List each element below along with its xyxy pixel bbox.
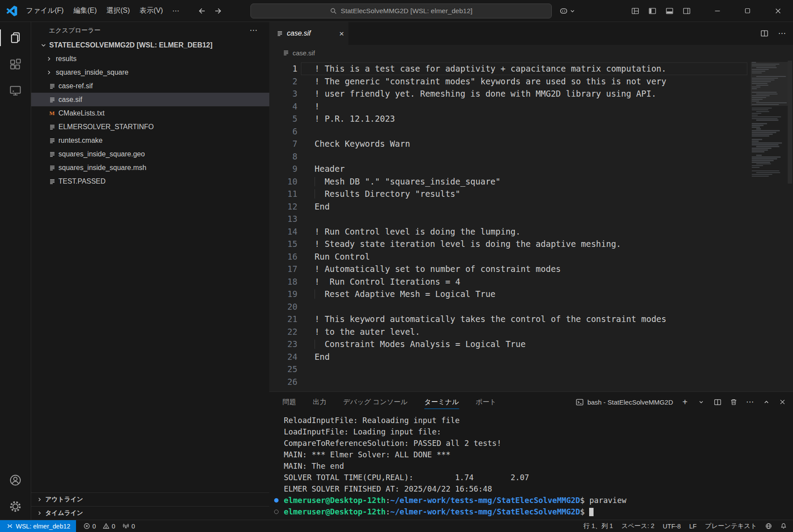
panel-more-actions-icon[interactable]: ⋯ (746, 398, 754, 406)
panel-tab-ターミナル[interactable]: ターミナル (424, 392, 459, 412)
code-line-26[interactable]: 26 (269, 376, 747, 388)
close-window-button[interactable] (763, 0, 793, 22)
extensions-view-icon[interactable] (0, 51, 31, 77)
close-panel-icon[interactable] (778, 398, 787, 406)
code-line-24[interactable]: 24End (269, 351, 747, 363)
outline-section[interactable]: アウトライン (31, 492, 269, 506)
navigate-back-icon[interactable] (198, 7, 206, 15)
cursor-position[interactable]: 行 1、列 1 (583, 522, 613, 530)
code-line-2[interactable]: 2! The generic "constraint modes" keywor… (269, 75, 747, 88)
tree-item-runtest.cmake[interactable]: runtest.cmake (31, 134, 269, 147)
new-terminal-icon[interactable]: + (681, 398, 689, 406)
indentation[interactable]: スペース: 2 (621, 522, 654, 530)
command-center-search[interactable]: StatElecSolveMMG2D [WSL: elmer_deb12] (250, 4, 552, 18)
tab-close-icon[interactable]: × (339, 29, 344, 38)
split-terminal-icon[interactable] (713, 398, 722, 406)
panel-tab-ポート[interactable]: ポート (476, 392, 496, 412)
code-line-19[interactable]: 19 Reset Adaptive Mesh = Logical True (269, 288, 747, 300)
workspace-root-folder[interactable]: STATELECSOLVEMMG2D [WSL: ELMER_DEB12] (31, 39, 269, 52)
editor-more-actions-icon[interactable]: ⋯ (778, 29, 786, 38)
explorer-more-actions-icon[interactable]: ⋯ (250, 25, 258, 35)
globe-icon[interactable] (765, 523, 772, 529)
command-decoration-icon[interactable] (274, 498, 279, 503)
remote-explorer-view-icon[interactable] (0, 77, 31, 104)
remote-indicator[interactable]: WSL: elmer_deb12 (0, 520, 76, 532)
navigate-forward-icon[interactable] (214, 7, 222, 15)
minimap[interactable] (752, 62, 787, 177)
menu-選択(S)[interactable]: 選択(S) (101, 4, 134, 18)
encoding[interactable]: UTF-8 (663, 523, 681, 530)
terminal-dropdown-icon[interactable] (697, 398, 706, 406)
minimap-slider[interactable] (751, 62, 788, 106)
code-line-4[interactable]: 4! (269, 100, 747, 113)
code-line-14[interactable]: 14! Run Control level is doing the lumpi… (269, 225, 747, 238)
code-line-7[interactable]: 7Check Keywords Warn (269, 138, 747, 150)
tree-item-ELMERSOLVER_STARTINFO[interactable]: ELMERSOLVER_STARTINFO (31, 120, 269, 134)
eol[interactable]: LF (689, 523, 697, 530)
explorer-view-icon[interactable] (0, 25, 31, 51)
tree-item-squares_inside_square.geo[interactable]: squares_inside_square.geo (31, 147, 269, 161)
code-line-21[interactable]: 21! This keyword automatically takes the… (269, 313, 747, 326)
code-line-12[interactable]: 12End (269, 200, 747, 213)
tree-item-case.sif[interactable]: case.sif (31, 93, 269, 106)
workspace-root-label: STATELECSOLVEMMG2D [WSL: ELMER_DEB12] (49, 41, 213, 49)
editor-area[interactable]: 1! This is a test case for adaptivity + … (269, 61, 793, 391)
code-line-10[interactable]: 10 Mesh DB "." "squares_inside_square" (269, 175, 747, 188)
toggle-primary-sidebar-icon[interactable] (648, 7, 656, 15)
panel-tab-デバッグ コンソール[interactable]: デバッグ コンソール (343, 392, 408, 412)
tree-item-squares_inside_square.msh[interactable]: squares_inside_square.msh (31, 161, 269, 174)
terminal-output[interactable]: ReloadInputFile: Realoading input fileLo… (269, 412, 793, 520)
code-line-9[interactable]: 9Header (269, 163, 747, 175)
code-line-25[interactable]: 25 (269, 363, 747, 376)
code-line-11[interactable]: 11 Results Directory "results" (269, 188, 747, 200)
code-line-20[interactable]: 20 (269, 300, 747, 313)
code-line-1[interactable]: 1! This is a test case for adaptivity + … (269, 62, 747, 75)
code-line-18[interactable]: 18! Run Control Iterations = 4 (269, 275, 747, 288)
kill-terminal-icon[interactable] (729, 398, 738, 406)
tab-case-sif[interactable]: case.sif × (269, 22, 348, 45)
code-line-6[interactable]: 6 (269, 125, 747, 138)
code-line-13[interactable]: 13 (269, 213, 747, 225)
bell-icon[interactable] (780, 523, 787, 529)
code-line-23[interactable]: 23 Constraint Modes Analysis = Logical T… (269, 338, 747, 351)
panel-tab-出力[interactable]: 出力 (313, 392, 326, 412)
minimize-button[interactable] (702, 0, 732, 22)
code-line-15[interactable]: 15! Steady state iteration level is doin… (269, 238, 747, 250)
tree-item-squares_inside_square[interactable]: squares_inside_square (31, 65, 269, 79)
search-icon (330, 7, 337, 14)
customize-layout-icon[interactable] (631, 7, 639, 15)
menu-ファイル(F)[interactable]: ファイル(F) (21, 4, 69, 18)
copilot-menu[interactable] (559, 7, 575, 15)
maximize-button[interactable] (732, 0, 763, 22)
code-line-3[interactable]: 3! user friendly yet. Remeshing is done … (269, 87, 747, 100)
menu-表示(V)[interactable]: 表示(V) (135, 4, 168, 18)
timeline-section[interactable]: タイムライン (31, 506, 269, 520)
tree-item-CMakeLists.txt[interactable]: MCMakeLists.txt (31, 106, 269, 120)
split-editor-icon[interactable] (760, 29, 768, 37)
toggle-panel-icon[interactable] (666, 7, 674, 15)
ports-status[interactable]: 0 (123, 523, 135, 530)
code-text: End (297, 351, 330, 363)
error-icon (83, 523, 90, 529)
language-mode[interactable]: プレーンテキスト (705, 522, 757, 530)
menu-overflow-icon[interactable]: ⋯ (168, 4, 185, 18)
maximize-panel-icon[interactable] (762, 398, 771, 406)
tree-item-case-ref.sif[interactable]: case-ref.sif (31, 79, 269, 93)
panel-tab-問題[interactable]: 問題 (282, 392, 296, 412)
editor-scrollbar[interactable] (787, 61, 793, 391)
code-line-16[interactable]: 16Run Control (269, 250, 747, 263)
command-decoration-icon[interactable] (274, 510, 279, 514)
terminal-instance[interactable]: bash - StatElecSolveMMG2D (576, 398, 673, 406)
account-icon[interactable] (0, 467, 31, 493)
tree-item-TEST.PASSED[interactable]: TEST.PASSED (31, 174, 269, 188)
code-line-22[interactable]: 22! to the auter level. (269, 326, 747, 338)
problems-status[interactable]: 0 0 (83, 523, 115, 530)
code-line-8[interactable]: 8 (269, 150, 747, 163)
code-line-17[interactable]: 17! Automatically set to number of const… (269, 263, 747, 275)
settings-gear-icon[interactable] (0, 493, 31, 520)
toggle-secondary-sidebar-icon[interactable] (683, 7, 691, 15)
breadcrumb[interactable]: case.sif (269, 45, 793, 61)
menu-編集(E)[interactable]: 編集(E) (69, 4, 101, 18)
code-line-5[interactable]: 5! P.R. 12.1.2023 (269, 112, 747, 125)
tree-item-results[interactable]: results (31, 52, 269, 65)
